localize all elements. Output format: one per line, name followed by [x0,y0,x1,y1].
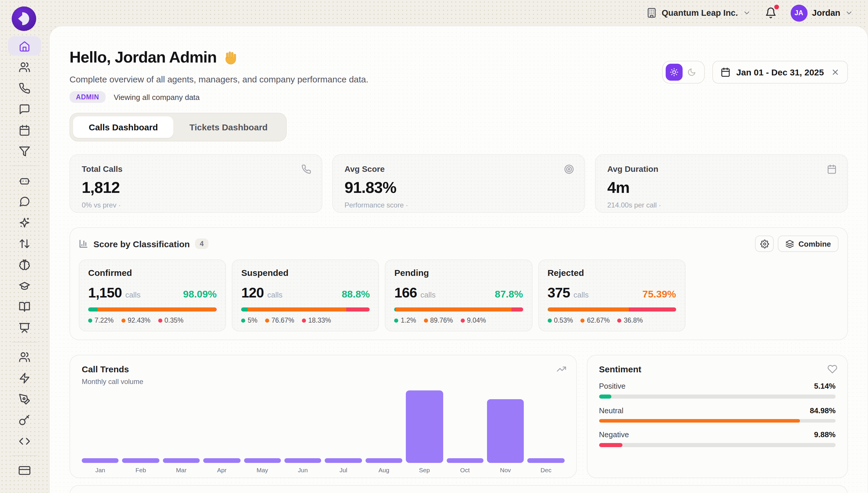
chart-bar [365,458,402,463]
classification-score: 75.39% [642,289,676,300]
header-controls: Jan 01 - Dec 31, 2025 [662,61,848,84]
code-icon [19,435,30,447]
sun-icon [670,68,679,77]
sidebar-item-chat[interactable] [8,192,41,211]
date-range-value: Jan 01 - Dec 31, 2025 [736,67,824,77]
layers-icon [786,239,794,248]
sidebar-item-calls[interactable] [8,78,41,98]
classification-panel: Score by Classification 4 Combine Confir… [69,227,848,340]
heart-icon [827,364,837,374]
classification-label: Pending [394,268,523,278]
call-trends-panel: Call Trends Monthly call volume [69,355,577,478]
chart-bar [284,458,321,463]
date-range-picker[interactable]: Jan 01 - Dec 31, 2025 [712,61,848,84]
sidebar-item-ai[interactable] [8,213,41,232]
sidebar-item-home[interactable] [8,36,41,56]
gear-icon [760,239,769,248]
dashboard-tabs: Calls Dashboard Tickets Dashboard [69,113,287,142]
bar-chart-icon [79,239,88,249]
phone-icon [19,82,30,94]
credit-card-icon [19,464,30,476]
sidebar-item-users[interactable] [8,57,41,77]
user-name: Jordan [812,8,840,18]
chart-bar [528,458,565,463]
calendar-icon [19,124,30,136]
chart-bar [203,458,240,463]
stats-row: Total Calls 1,812 0% vs prev · Avg Score… [69,154,848,213]
tab-calls-dashboard[interactable]: Calls Dashboard [73,116,174,138]
classification-bar [88,307,216,312]
performance-breakdown-panel: Performance Breakdown Total Calls Active… [69,485,848,493]
sidebar-item-transfers[interactable] [8,234,41,253]
stat-sub: 214.00s per call · [607,201,836,209]
notifications-button[interactable] [762,5,779,21]
classification-count-badge: 4 [195,238,208,249]
message-square-icon [19,103,30,115]
stat-value: 91.83% [344,179,573,197]
users-icon [19,61,30,73]
classification-bar [547,307,676,312]
classification-legend: 0.53% 62.67% 36.8% [547,317,676,324]
sidebar-divider [12,342,37,343]
classification-card-confirmed: Confirmed 1,150 calls 98.09% 7.22% 92.43… [79,259,226,331]
sentiment-row-negative: Negative9.88% [599,430,836,447]
stat-sub: 0% vs prev · [82,201,310,209]
sidebar-item-teams[interactable] [8,347,41,366]
user-menu[interactable]: JA Jordan [790,4,853,21]
logo-mark [22,12,29,25]
sidebar-item-billing[interactable] [8,460,41,480]
classification-calls-unit: calls [420,291,436,299]
classification-legend: 1.2% 89.76% 9.04% [394,317,523,324]
chart-bar [122,458,159,463]
main-panel: Hello, Jordan Admin Complete overview of… [49,26,868,493]
sidebar-item-messages[interactable] [8,99,41,119]
dark-mode-button[interactable] [683,68,701,77]
sentiment-row-positive: Positive5.14% [599,382,836,398]
sidebar-item-library[interactable] [8,297,41,316]
combine-label: Combine [799,239,831,248]
tab-tickets-dashboard[interactable]: Tickets Dashboard [174,116,283,138]
call-trends-title: Call Trends [82,364,564,374]
org-switcher[interactable]: Quantum Leap Inc. [646,7,751,18]
light-mode-button[interactable] [666,64,683,81]
classification-title: Score by Classification [93,239,190,249]
sentiment-title: Sentiment [599,364,836,374]
filter-icon [19,145,30,157]
app-logo [12,6,36,31]
sidebar-item-presentations[interactable] [8,318,41,337]
stat-card-avg-score: Avg Score 91.83% Performance score · [332,154,585,213]
key-icon [19,414,30,426]
sidebar-item-filters[interactable] [8,142,41,161]
sidebar-item-calendar[interactable] [8,121,41,140]
sidebar-divider [12,165,37,166]
chevron-down-icon [743,9,751,17]
graduation-cap-icon [19,280,30,291]
theme-toggle[interactable] [662,61,705,84]
chart-x-axis-labels: JanFebMarAprMayJunJulAugSepOctNovDec [82,466,564,473]
stat-label: Avg Duration [607,164,836,174]
classification-cards: Confirmed 1,150 calls 98.09% 7.22% 92.43… [79,259,839,331]
sidebar-item-drafting[interactable] [8,389,41,409]
sidebar-divider [12,455,37,456]
sidebar-item-api-keys[interactable] [8,410,41,430]
classification-calls: 375 [547,285,570,301]
page-title: Hello, Jordan Admin [69,48,662,67]
sidebar-item-bot[interactable] [8,171,41,190]
notification-dot [774,5,779,9]
combine-button[interactable]: Combine [778,236,839,252]
sidebar-item-automations[interactable] [8,368,41,387]
sidebar-item-training[interactable] [8,276,41,295]
clear-date-icon[interactable] [831,68,840,77]
stat-card-total-calls: Total Calls 1,812 0% vs prev · [69,154,322,213]
building-icon [646,7,657,18]
classification-calls-unit: calls [125,291,140,299]
sentiment-bar [599,394,611,398]
sidebar-item-knowledge[interactable] [8,255,41,274]
message-circle-icon [19,195,30,207]
call-trends-subtitle: Monthly call volume [82,378,564,386]
trending-up-icon [556,364,566,374]
role-badge: ADMIN [69,91,106,103]
sidebar-item-developer[interactable] [8,431,41,451]
classification-calls-unit: calls [573,291,589,299]
classification-settings-button[interactable] [755,236,774,252]
